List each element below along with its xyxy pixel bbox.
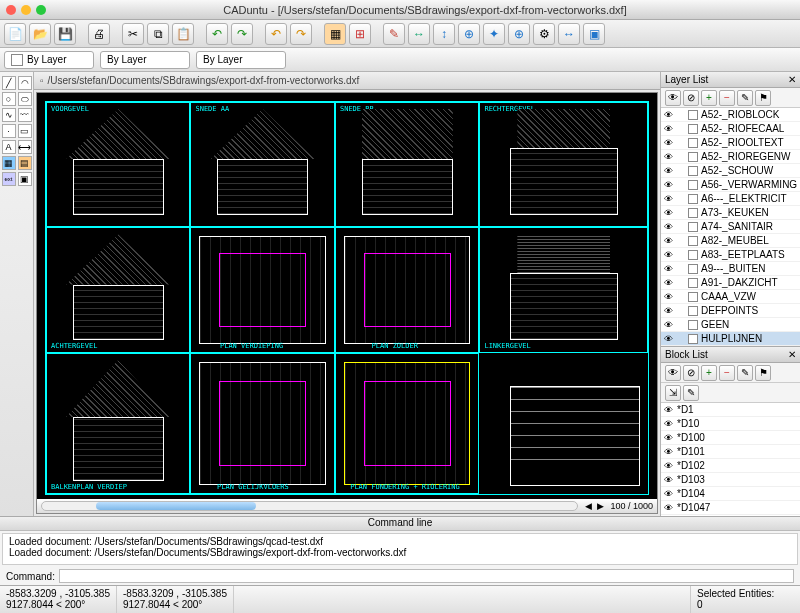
layer-row[interactable]: 👁CAAA_VZW xyxy=(661,290,800,304)
eye-icon[interactable]: 👁 xyxy=(664,475,674,485)
eye-icon[interactable]: 👁 xyxy=(664,419,674,429)
layer-list[interactable]: 👁A52-_RIOBLOCK👁A52-_RIOFECAAL👁A52-_RIOOL… xyxy=(661,108,800,346)
save-file-button[interactable]: 💾 xyxy=(54,23,76,45)
ellipse-tool[interactable]: ⬭ xyxy=(18,92,32,106)
block-attr-button[interactable]: ⚑ xyxy=(755,365,771,381)
eye-icon[interactable]: 👁 xyxy=(664,433,674,443)
block-edit-button[interactable]: ✎ xyxy=(737,365,753,381)
eye-icon[interactable]: 👁 xyxy=(664,124,674,134)
layer-add-button[interactable]: + xyxy=(701,90,717,106)
circle-tool[interactable]: ○ xyxy=(2,92,16,106)
layer-hide-all-button[interactable]: ⊘ xyxy=(683,90,699,106)
eye-icon[interactable]: 👁 xyxy=(664,447,674,457)
block-row[interactable]: 👁*D104 xyxy=(661,487,800,501)
layer-row[interactable]: 👁GEEN xyxy=(661,318,800,332)
line-tool[interactable]: ╱ xyxy=(2,76,16,90)
dimension-tool-left[interactable]: ⟷ xyxy=(18,140,32,154)
eye-icon[interactable]: 👁 xyxy=(664,250,674,260)
layer-width-select[interactable]: By Layer xyxy=(100,51,190,69)
eye-icon[interactable]: 👁 xyxy=(664,292,674,302)
layer-row[interactable]: 👁A56-_VERWARMING xyxy=(661,178,800,192)
block-row[interactable]: 👁*D1047 xyxy=(661,501,800,515)
layer-panel-close-icon[interactable]: ✕ xyxy=(788,74,796,85)
block-remove-button[interactable]: − xyxy=(719,365,735,381)
block-insert-button[interactable]: ⇲ xyxy=(665,385,681,401)
layer-row[interactable]: 👁A73-_KEUKEN xyxy=(661,206,800,220)
block-list[interactable]: 👁*D1👁*D10👁*D100👁*D101👁*D102👁*D103👁*D104👁… xyxy=(661,403,800,516)
layer-linetype-select[interactable]: By Layer xyxy=(196,51,286,69)
grid-toggle[interactable]: ▦ xyxy=(324,23,346,45)
eye-icon[interactable]: 👁 xyxy=(664,503,674,513)
measure-tool[interactable]: ↕ xyxy=(433,23,455,45)
layer-row[interactable]: 👁HULPLIJNEN xyxy=(661,332,800,346)
redo-button[interactable]: ↷ xyxy=(231,23,253,45)
modify-tool-4[interactable]: ↔ xyxy=(558,23,580,45)
copy-button[interactable]: ⧉ xyxy=(147,23,169,45)
document-tab[interactable]: ▫ /Users/stefan/Documents/SBdrawings/exp… xyxy=(34,72,660,90)
modify-tool-2[interactable]: ✦ xyxy=(483,23,505,45)
new-file-button[interactable]: 📄 xyxy=(4,23,26,45)
rect-tool[interactable]: ▭ xyxy=(18,124,32,138)
dimension-tool[interactable]: ↔ xyxy=(408,23,430,45)
image-tool[interactable]: ▤ xyxy=(18,156,32,170)
polyline-tool[interactable]: ∿ xyxy=(2,108,16,122)
hscroll-track[interactable] xyxy=(41,501,578,511)
layer-remove-button[interactable]: − xyxy=(719,90,735,106)
layer-attr-button[interactable]: ⚑ xyxy=(755,90,771,106)
eye-icon[interactable]: 👁 xyxy=(664,208,674,218)
paste-button[interactable]: 📋 xyxy=(172,23,194,45)
block-panel-close-icon[interactable]: ✕ xyxy=(788,349,796,360)
eye-icon[interactable]: 👁 xyxy=(664,264,674,274)
layer-row[interactable]: 👁A52-_SCHOUW xyxy=(661,164,800,178)
eye-icon[interactable]: 👁 xyxy=(664,138,674,148)
spline-tool[interactable]: 〰 xyxy=(18,108,32,122)
layer-row[interactable]: 👁A52-_RIOFECAAL xyxy=(661,122,800,136)
drawing-canvas[interactable]: VOORGEVEL SNEDE AA SNEDE BB RECHTERGEVEL… xyxy=(36,92,658,514)
eye-icon[interactable]: 👁 xyxy=(664,461,674,471)
eye-icon[interactable]: 👁 xyxy=(664,236,674,246)
block-row[interactable]: 👁*D101 xyxy=(661,445,800,459)
layer-row[interactable]: 👁A91-_DAKZICHT xyxy=(661,276,800,290)
layer-edit-button[interactable]: ✎ xyxy=(737,90,753,106)
layer-row[interactable]: 👁A82-_MEUBEL xyxy=(661,234,800,248)
layer-row[interactable]: 👁A9---_BUITEN xyxy=(661,262,800,276)
block-row[interactable]: 👁*D103 xyxy=(661,473,800,487)
cut-button[interactable]: ✂ xyxy=(122,23,144,45)
block-hide-all-button[interactable]: ⊘ xyxy=(683,365,699,381)
block-row[interactable]: 👁*D10 xyxy=(661,417,800,431)
settings-tool[interactable]: ⚙ xyxy=(533,23,555,45)
hscroll-left[interactable]: ◀ xyxy=(582,500,594,512)
eye-icon[interactable]: 👁 xyxy=(664,405,674,415)
eye-icon[interactable]: 👁 xyxy=(664,334,674,344)
layer-row[interactable]: 👁A74-_SANITAIR xyxy=(661,220,800,234)
eye-icon[interactable]: 👁 xyxy=(664,489,674,499)
zoom-window-button[interactable] xyxy=(36,5,46,15)
eye-icon[interactable]: 👁 xyxy=(664,110,674,120)
eye-icon[interactable]: 👁 xyxy=(664,306,674,316)
layer-show-all-button[interactable]: 👁 xyxy=(665,90,681,106)
close-window-button[interactable] xyxy=(6,5,16,15)
hscroll-thumb[interactable] xyxy=(96,502,257,510)
open-file-button[interactable]: 📂 xyxy=(29,23,51,45)
layer-row[interactable]: 👁A52-_RIOBLOCK xyxy=(661,108,800,122)
undo-button[interactable]: ↶ xyxy=(206,23,228,45)
snap-tool-1[interactable]: ↶ xyxy=(265,23,287,45)
block-tool[interactable]: ext xyxy=(2,172,16,186)
text-tool[interactable]: A xyxy=(2,140,16,154)
layer-row[interactable]: 👁A52-_RIOOLTEXT xyxy=(661,136,800,150)
point-tool[interactable]: · xyxy=(2,124,16,138)
eye-icon[interactable]: 👁 xyxy=(664,194,674,204)
layer-row[interactable]: 👁A83-_EETPLAATS xyxy=(661,248,800,262)
block-show-all-button[interactable]: 👁 xyxy=(665,365,681,381)
layer-row[interactable]: 👁A6---_ELEKTRICIT xyxy=(661,192,800,206)
block-add-button[interactable]: + xyxy=(701,365,717,381)
eye-icon[interactable]: 👁 xyxy=(664,278,674,288)
layer-row[interactable]: 👁A52-_RIOREGENW xyxy=(661,150,800,164)
block-row[interactable]: 👁*D1 xyxy=(661,403,800,417)
hatch-tool[interactable]: ▦ xyxy=(2,156,16,170)
eye-icon[interactable]: 👁 xyxy=(664,320,674,330)
block-rename-button[interactable]: ✎ xyxy=(683,385,699,401)
eye-icon[interactable]: 👁 xyxy=(664,152,674,162)
layer-color-select[interactable]: By Layer xyxy=(4,51,94,69)
snap-tool-2[interactable]: ↷ xyxy=(290,23,312,45)
